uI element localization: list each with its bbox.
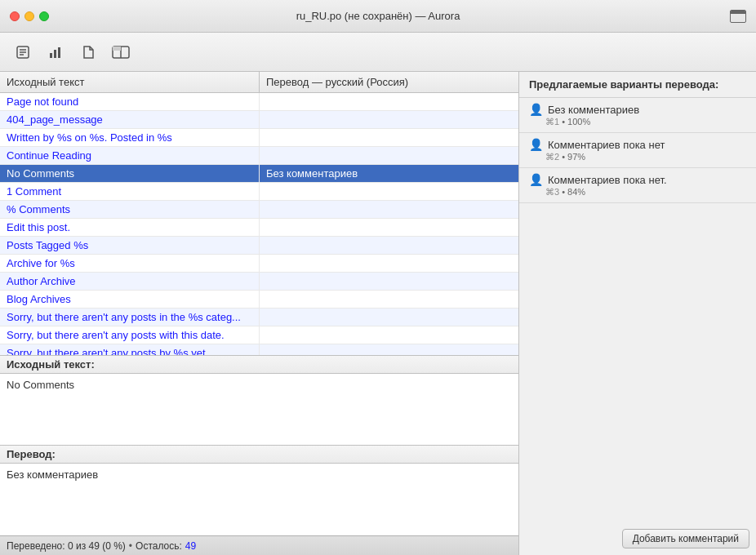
suggestions-list: 👤 Без комментариев ⌘1 • 100% 👤 Комментар… <box>519 98 756 203</box>
person-icon: 👤 <box>529 138 543 151</box>
svg-rect-6 <box>58 47 60 58</box>
right-panel: Предлагаемые варианты перевода: 👤 Без ко… <box>519 72 756 555</box>
status-separator: • <box>129 540 132 552</box>
source-cell: Continue Reading <box>0 147 260 164</box>
suggestion-text: Комментариев пока нет. <box>548 174 667 186</box>
translation-cell <box>260 111 518 128</box>
svg-rect-4 <box>50 53 52 58</box>
main-content: Исходный текст Перевод — русский (Россия… <box>0 72 756 555</box>
preview-icon <box>112 45 130 60</box>
translation-cell: Без комментариев <box>260 165 518 182</box>
table-row[interactable]: Sorry, but there aren't any posts by %s … <box>0 344 518 355</box>
translation-cell <box>260 309 518 326</box>
suggestion-text: Комментариев пока нет <box>548 139 665 151</box>
table-row[interactable]: Sorry, but there aren't any posts in the… <box>0 309 518 326</box>
shortcut-label: ⌘1 <box>545 117 559 127</box>
table-row[interactable]: Edit this post. <box>0 219 518 237</box>
suggestion-text: Без комментариев <box>548 104 639 116</box>
person-icon: 👤 <box>529 173 543 186</box>
toolbar <box>0 33 756 72</box>
translated-count: Переведено: 0 из 49 (0 %) <box>7 540 126 552</box>
translation-cell <box>260 183 518 200</box>
source-cell: Written by %s on %s. Posted in %s <box>0 129 260 146</box>
table-row[interactable]: Author Archive <box>0 273 518 291</box>
maximize-button[interactable] <box>39 11 49 21</box>
translation-cell <box>260 255 518 272</box>
svg-rect-5 <box>54 50 56 58</box>
source-column-header: Исходный текст <box>0 72 260 92</box>
table-row[interactable]: No CommentsБез комментариев <box>0 165 518 183</box>
suggestion-meta: ⌘3 • 84% <box>529 187 746 198</box>
source-cell: Author Archive <box>0 273 260 290</box>
stats-toolbar-button[interactable] <box>42 39 69 65</box>
table-row[interactable]: Written by %s on %s. Posted in %s <box>0 129 518 147</box>
table-row[interactable]: % Comments <box>0 201 518 219</box>
source-cell: Posts Tagged %s <box>0 237 260 254</box>
suggestions-header: Предлагаемые варианты перевода: <box>519 72 756 98</box>
translation-cell <box>260 237 518 254</box>
translation-text-display: Без комментариев <box>0 464 518 535</box>
preview-toolbar-button[interactable] <box>108 39 134 65</box>
table-row[interactable]: Archive for %s <box>0 255 518 273</box>
source-cell: Sorry, but there aren't any posts in the… <box>0 309 260 326</box>
add-comment-button[interactable]: Добавить комментарий <box>622 529 749 548</box>
source-cell: Edit this post. <box>0 219 260 236</box>
suggestion-meta: ⌘1 • 100% <box>529 117 746 127</box>
translation-cell <box>260 201 518 218</box>
table-row[interactable]: Page not found <box>0 93 518 111</box>
table-row[interactable]: 404_page_message <box>0 111 518 129</box>
source-cell: Blog Archives <box>0 291 260 308</box>
source-cell: Archive for %s <box>0 255 260 272</box>
remaining-label: Осталось: <box>136 540 182 552</box>
close-button[interactable] <box>10 11 20 21</box>
title-bar: ru_RU.po (не сохранён) — Aurora <box>0 0 756 33</box>
suggestion-top: 👤 Комментариев пока нет. <box>529 173 746 186</box>
suggestion-item[interactable]: 👤 Комментариев пока нет. ⌘3 • 84% <box>519 168 756 203</box>
window-controls <box>730 10 746 23</box>
source-cell: % Comments <box>0 201 260 218</box>
right-bottom: Добавить комментарий <box>519 203 756 555</box>
suggestion-item[interactable]: 👤 Без комментариев ⌘1 • 100% <box>519 98 756 133</box>
match-percent: 97% <box>567 152 585 162</box>
stats-icon <box>48 45 63 60</box>
edit-icon <box>16 45 30 60</box>
translation-cell <box>260 93 518 110</box>
match-percent: 84% <box>567 187 585 197</box>
source-cell: No Comments <box>0 165 260 182</box>
file-icon <box>81 45 96 60</box>
suggestion-meta: ⌘2 • 97% <box>529 152 746 162</box>
source-text-display: No Comments <box>0 374 518 446</box>
file-toolbar-button[interactable] <box>75 39 101 65</box>
table-row[interactable]: Blog Archives <box>0 291 518 309</box>
translation-label: Перевод: <box>0 446 518 464</box>
person-icon: 👤 <box>529 103 543 116</box>
svg-rect-9 <box>113 47 121 51</box>
source-label: Исходный текст: <box>0 356 518 374</box>
shortcut-label: ⌘3 <box>545 187 559 197</box>
translation-cell <box>260 291 518 308</box>
left-panel: Исходный текст Перевод — русский (Россия… <box>0 72 519 555</box>
edit-toolbar-button[interactable] <box>10 39 36 65</box>
traffic-lights <box>10 11 49 21</box>
split-view-icon[interactable] <box>730 10 746 23</box>
suggestion-top: 👤 Комментариев пока нет <box>529 138 746 151</box>
translation-cell <box>260 344 518 355</box>
column-headers: Исходный текст Перевод — русский (Россия… <box>0 72 518 93</box>
minimize-button[interactable] <box>24 11 34 21</box>
translation-cell <box>260 147 518 164</box>
translation-cell <box>260 273 518 290</box>
suggestion-top: 👤 Без комментариев <box>529 103 746 116</box>
remaining-count: 49 <box>185 540 196 552</box>
table-row[interactable]: Posts Tagged %s <box>0 237 518 255</box>
source-cell: 404_page_message <box>0 111 260 128</box>
table-row[interactable]: 1 Comment <box>0 183 518 201</box>
table-row[interactable]: Continue Reading <box>0 147 518 165</box>
translation-cell <box>260 219 518 236</box>
source-cell: 1 Comment <box>0 183 260 200</box>
table-row[interactable]: Sorry, but there aren't any posts with t… <box>0 326 518 344</box>
bottom-section: Исходный текст: No Comments Перевод: Без… <box>0 355 518 535</box>
status-bar: Переведено: 0 из 49 (0 %) • Осталось: 49 <box>0 535 518 555</box>
source-cell: Sorry, but there aren't any posts with t… <box>0 326 260 344</box>
suggestion-item[interactable]: 👤 Комментариев пока нет ⌘2 • 97% <box>519 133 756 168</box>
match-percent: 100% <box>567 117 590 127</box>
